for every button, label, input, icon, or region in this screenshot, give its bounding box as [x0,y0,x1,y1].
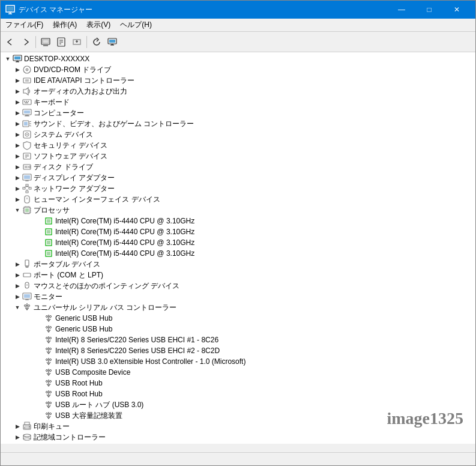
item-label: ディスプレイ アダプター [34,173,115,183]
list-item[interactable]: ▶ USB Root Hub [1,378,475,389]
item-label: USB Root Hub [55,390,103,398]
back-button[interactable] [3,35,17,49]
svg-rect-63 [26,184,28,186]
list-item[interactable]: ▶ Intel(R) Core(TM) i5-4440 CPU @ 3.10GH… [1,237,475,248]
status-bar [1,452,475,465]
list-item[interactable]: ▶ USB Root Hub [1,389,475,399]
menu-action[interactable]: 操作(A) [48,19,82,32]
network-icon [22,184,32,193]
root-expand-icon: ▼ [3,54,13,64]
cpu-item-icon [44,216,53,226]
list-item[interactable]: ▶ USB 大容量記憶装置 [1,410,475,421]
mouse-icon [22,281,32,291]
menu-view[interactable]: 表示(V) [82,19,115,32]
cpu-item-icon [44,227,53,237]
svg-point-110 [46,316,48,318]
list-item[interactable]: ▶ IDE ATA/ATAPI コントローラー [1,75,475,86]
item-label: オーディオの入力および出力 [34,86,127,97]
svg-rect-88 [47,219,50,223]
list-item[interactable]: ▶ ソフトウェア デバイス [1,151,475,162]
list-item[interactable]: ▶ ヒューマン インターフェイス デバイス [1,194,475,205]
list-item[interactable]: ▼ ユニバーサル シリアル バス コントローラー [1,302,475,313]
expand-icon: ▶ [13,195,22,204]
svg-point-109 [28,305,30,307]
list-item[interactable]: ▶ オーディオの入力および出力 [1,86,475,97]
svg-rect-95 [25,260,29,266]
list-item[interactable]: ▶ コンピューター [1,107,475,118]
security-icon [22,141,32,150]
list-item[interactable]: ▶ USB ルート ハブ (USB 3.0) [1,399,475,410]
list-item[interactable]: ▶ Intel(R) 8 Series/C220 Series USB EHCI… [1,334,475,345]
list-item[interactable]: ▶ モニター [1,291,475,302]
expand-icon: ▼ [13,303,22,312]
svg-point-50 [26,134,28,135]
usb-controller-icon [22,303,32,312]
usb-item-icon [44,324,53,334]
print-icon [22,422,32,431]
item-label: ヒューマン インターフェイス デバイス [34,195,160,205]
minimize-button[interactable]: — [388,1,415,19]
title-bar: デバイス マネージャー — □ ✕ [1,1,475,19]
svg-rect-35 [26,101,27,102]
list-item[interactable]: ▶ Generic USB Hub [1,313,475,324]
list-item[interactable]: ▶ ディスク ドライブ [1,162,475,172]
maximize-button[interactable]: □ [415,1,443,19]
menu-help[interactable]: ヘルプ(H) [115,19,157,32]
computer-icon-button[interactable] [105,35,119,49]
item-label: サウンド、ビデオ、およびゲーム コントローラー [34,119,194,129]
list-item[interactable]: ▶ Intel(R) Core(TM) i5-4440 CPU @ 3.10GH… [1,248,475,259]
root-node[interactable]: ▼ DESKTOP-XXXXXX [1,53,475,64]
svg-rect-1 [7,7,13,11]
usb-item-icon [44,357,53,366]
refresh-button[interactable] [89,35,104,49]
device-tree[interactable]: ▼ DESKTOP-XXXXXX ▶ D [1,52,475,444]
list-item[interactable]: ▶ Intel(R) 8 Series/C220 Series USB EHCI… [1,345,475,356]
close-button[interactable]: ✕ [443,1,471,19]
monitor-icon [22,292,32,301]
list-item[interactable]: ▶ Intel(R) Core(TM) i5-4440 CPU @ 3.10GH… [1,216,475,226]
list-item[interactable]: ▶ Intel(R) USB 3.0 eXtensible Host Contr… [1,356,475,367]
list-item[interactable]: ▶ ポータブル デバイス [1,259,475,270]
item-label: システム デバイス [34,130,93,140]
list-item[interactable]: ▶ システム デバイス [1,129,475,140]
list-item[interactable]: ▶ サウンド、ビデオ、およびゲーム コントローラー [1,118,475,129]
processor-icon [22,205,32,215]
expand-icon: ▶ [13,281,22,291]
show-hidden-button[interactable] [38,35,53,49]
svg-point-121 [50,370,52,372]
item-label: 記憶域コントローラー [34,432,106,443]
list-item[interactable]: ▶ ディスプレイ アダプター [1,172,475,183]
list-item[interactable]: ▶ 印刷キュー [1,421,475,432]
list-item[interactable]: ▶ セキュリティ デバイス [1,140,475,151]
cpu-item-icon [44,249,53,258]
list-item[interactable]: ▶ Generic USB Hub [1,324,475,334]
item-label: ディスク ドライブ [34,162,93,172]
list-item[interactable]: ▶ ネットワーク アダプター [1,183,475,194]
svg-point-123 [50,381,52,383]
list-item[interactable]: ▶ DVD/CD-ROM ドライブ [1,64,475,75]
expand-icon: ▶ [13,270,22,280]
storage-icon [22,432,32,442]
update-driver-button[interactable] [70,35,84,49]
port-icon [22,270,32,280]
usb-item-icon [44,346,53,356]
svg-point-118 [46,359,48,361]
list-item[interactable]: ▶ マウスとそのほかのポインティング デバイス [1,280,475,291]
list-item[interactable]: ▶ ポート (COM と LPT) [1,270,475,280]
list-item[interactable]: ▶ キーボード [1,97,475,107]
svg-line-45 [29,121,31,122]
expand-icon: ▶ [13,432,22,442]
title-controls: — □ ✕ [388,1,471,19]
svg-point-127 [50,402,52,404]
list-item[interactable]: ▶ USB Composite Device [1,367,475,378]
list-item[interactable]: ▼ プロセッサ [1,205,475,216]
keyboard-icon [22,97,32,107]
menu-file[interactable]: ファイル(F) [1,19,48,32]
usb-item-icon [44,313,53,323]
forward-button[interactable] [19,35,33,49]
svg-point-113 [50,327,52,328]
list-item[interactable]: ▶ 記憶域コントローラー [1,432,475,443]
expand-icon: ▶ [13,184,22,193]
list-item[interactable]: ▶ Intel(R) Core(TM) i5-4440 CPU @ 3.10GH… [1,226,475,237]
properties-button[interactable] [54,35,68,49]
